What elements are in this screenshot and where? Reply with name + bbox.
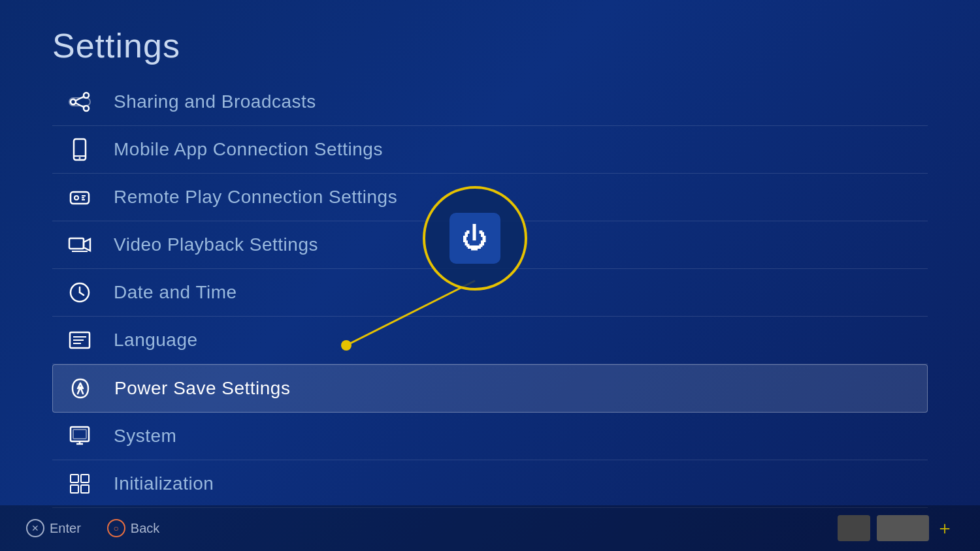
initialization-icon [65, 469, 94, 498]
menu-label-system: System [114, 426, 176, 447]
video-icon [65, 230, 94, 259]
svg-point-1 [71, 99, 76, 104]
menu-label-mobile: Mobile App Connection Settings [114, 139, 383, 160]
page-title: Settings [52, 26, 180, 65]
svg-rect-27 [73, 430, 86, 439]
menu-item-date-time[interactable]: Date and Time [52, 269, 928, 317]
svg-rect-6 [74, 139, 86, 160]
power-save-icon [66, 374, 95, 403]
menu-item-sharing-broadcasts[interactable]: Sharing and Broadcasts [52, 78, 928, 126]
thumb-image-2 [877, 515, 929, 541]
thumb-image-1 [838, 515, 870, 541]
menu-item-system[interactable]: System [52, 413, 928, 460]
svg-point-10 [74, 196, 78, 200]
menu-item-power-save[interactable]: Power Save Settings [52, 364, 928, 413]
menu-item-mobile-app[interactable]: Mobile App Connection Settings [52, 126, 928, 174]
back-label: Back [131, 521, 159, 536]
share-icon [65, 87, 94, 116]
svg-rect-29 [81, 475, 89, 482]
svg-marker-15 [84, 239, 90, 251]
menu-item-remote-play[interactable]: Remote Play Connection Settings [52, 174, 928, 221]
settings-menu: Sharing and Broadcasts Mobile App Connec… [52, 78, 928, 508]
svg-rect-9 [71, 192, 89, 204]
svg-point-8 [79, 157, 81, 159]
language-icon [65, 326, 94, 354]
enter-label: Enter [50, 521, 81, 536]
plus-icon: ＋ [936, 516, 954, 541]
clock-icon [65, 278, 94, 307]
menu-label-sharing: Sharing and Broadcasts [114, 91, 316, 112]
menu-item-video-playback[interactable]: Video Playback Settings [52, 221, 928, 269]
svg-rect-14 [69, 238, 84, 249]
back-button[interactable]: ○ Back [107, 519, 159, 537]
menu-label-language: Language [114, 330, 198, 351]
remote-play-icon [65, 183, 94, 212]
bottom-right-area: ＋ [838, 515, 954, 541]
svg-line-19 [80, 292, 84, 295]
svg-rect-28 [71, 475, 78, 482]
menu-label-date-time: Date and Time [114, 282, 237, 303]
enter-button[interactable]: ✕ Enter [26, 519, 81, 537]
svg-rect-30 [71, 485, 78, 493]
menu-item-language[interactable]: Language [52, 317, 928, 364]
menu-label-remote-play: Remote Play Connection Settings [114, 187, 397, 208]
menu-label-power-save: Power Save Settings [114, 378, 290, 399]
x-button-icon: ✕ [26, 519, 44, 537]
svg-rect-31 [81, 485, 89, 493]
circle-button-icon: ○ [107, 519, 125, 537]
menu-item-initialization[interactable]: Initialization [52, 460, 928, 508]
menu-label-video-playback: Video Playback Settings [114, 234, 318, 255]
system-icon [65, 422, 94, 450]
svg-point-0 [84, 93, 89, 98]
menu-label-initialization: Initialization [114, 473, 214, 494]
bottom-bar: ✕ Enter ○ Back ＋ [0, 505, 980, 551]
mobile-icon [65, 135, 94, 164]
svg-point-2 [84, 106, 89, 111]
